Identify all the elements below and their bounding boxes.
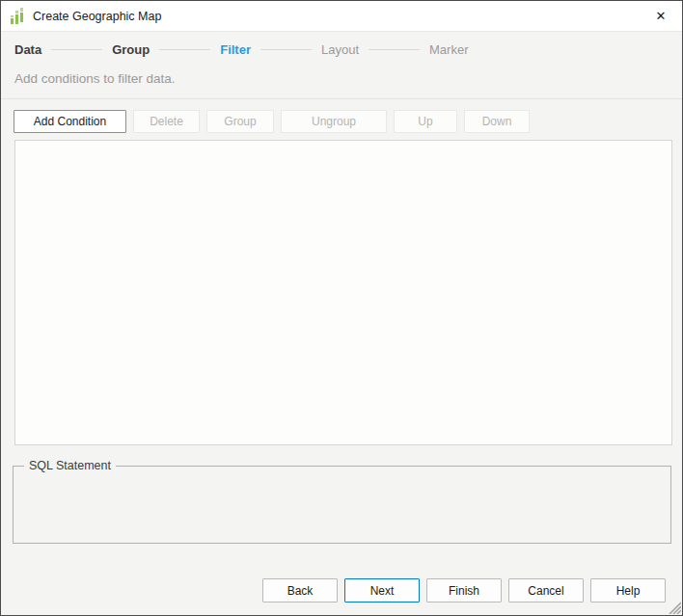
wizard-steps: Data Group Filter Layout Marker — [1, 35, 682, 64]
window-title: Create Geographic Map — [33, 10, 161, 23]
sql-statement-legend: SQL Statement — [24, 459, 116, 472]
step-layout[interactable]: Layout — [321, 42, 359, 57]
step-connector — [260, 49, 312, 50]
cancel-button[interactable]: Cancel — [508, 578, 584, 603]
group-button[interactable]: Group — [206, 110, 274, 133]
close-icon[interactable]: ✕ — [640, 1, 682, 32]
finish-button[interactable]: Finish — [426, 578, 502, 603]
step-connector — [159, 49, 210, 50]
filter-conditions-list[interactable] — [14, 140, 672, 445]
add-condition-button[interactable]: Add Condition — [14, 110, 126, 133]
down-button[interactable]: Down — [464, 110, 530, 133]
step-connector — [369, 49, 420, 50]
delete-button[interactable]: Delete — [133, 110, 200, 133]
step-marker[interactable]: Marker — [429, 42, 468, 57]
sql-statement-group: SQL Statement — [13, 459, 671, 544]
step-filter[interactable]: Filter — [220, 42, 251, 57]
resize-grip-icon[interactable] — [668, 601, 681, 614]
step-group[interactable]: Group — [112, 42, 150, 57]
chart-bars-icon — [10, 7, 26, 25]
step-connector — [51, 49, 102, 50]
filter-toolbar: Add Condition Delete Group Ungroup Up Do… — [1, 99, 682, 139]
dialog-footer: Back Next Finish Cancel Help — [262, 578, 666, 603]
create-geographic-map-dialog: Create Geographic Map ✕ Data Group Filte… — [0, 0, 683, 616]
back-button[interactable]: Back — [262, 578, 338, 603]
step-description: Add conditions to filter data. — [1, 64, 682, 98]
up-button[interactable]: Up — [394, 110, 457, 133]
help-button[interactable]: Help — [590, 578, 666, 603]
next-button[interactable]: Next — [344, 578, 420, 603]
ungroup-button[interactable]: Ungroup — [281, 110, 387, 133]
step-data[interactable]: Data — [14, 42, 41, 57]
title-bar: Create Geographic Map ✕ — [1, 1, 682, 32]
